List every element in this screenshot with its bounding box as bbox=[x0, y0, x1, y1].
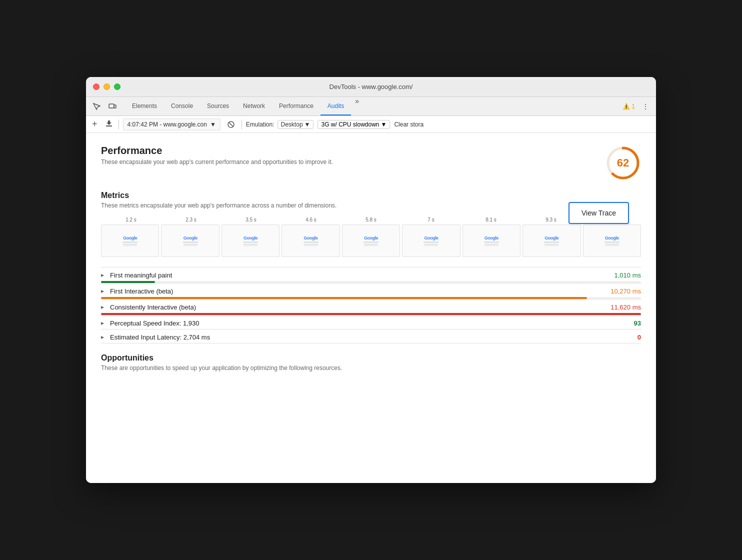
metric-score-5: 0 bbox=[626, 334, 641, 341]
performance-description: These encapsulate your web app's current… bbox=[101, 158, 333, 166]
device-dropdown[interactable]: Desktop ▼ bbox=[278, 120, 314, 129]
tab-sources[interactable]: Sources bbox=[200, 97, 236, 116]
metric-first-interactive: ▶ First Interactive (beta) 10,270 ms bbox=[101, 284, 641, 300]
time-2: 2.3 s bbox=[161, 217, 221, 222]
bar-fill-3 bbox=[101, 313, 641, 315]
titlebar: DevTools - www.google.com/ bbox=[86, 77, 656, 97]
metric-input-latency: ▶ Estimated Input Latency: 2,704 ms 0 bbox=[101, 330, 641, 344]
tabs-list: Elements Console Sources Network Perform… bbox=[125, 97, 622, 116]
warning-badge: ⚠️ 1 bbox=[622, 103, 635, 110]
svg-line-4 bbox=[228, 122, 233, 126]
devtools-window: DevTools - www.google.com/ Elements Cons… bbox=[86, 77, 656, 483]
view-trace-button[interactable]: View Trace bbox=[568, 202, 629, 224]
metric-name: First meaningful paint bbox=[110, 272, 610, 279]
bar-fill bbox=[101, 281, 155, 283]
metric-name-2: First Interactive (beta) bbox=[110, 288, 606, 295]
clear-storage-section: Clear stora bbox=[394, 121, 424, 128]
url-text: 4:07:42 PM - www.google.con bbox=[128, 121, 207, 128]
metric-score-4: 93 bbox=[626, 320, 641, 327]
metrics-list: ▶ First meaningful paint 1,010 ms ▶ Firs… bbox=[101, 267, 641, 344]
metric-expand-icon-3[interactable]: ▶ bbox=[101, 305, 106, 310]
tab-audits[interactable]: Audits bbox=[320, 97, 351, 116]
tab-network[interactable]: Network bbox=[236, 97, 272, 116]
url-display[interactable]: 4:07:42 PM - www.google.con ▼ bbox=[123, 118, 220, 130]
maximize-button[interactable] bbox=[114, 84, 120, 90]
time-3: 3.5 s bbox=[221, 217, 281, 222]
frame-8: Google bbox=[522, 224, 580, 257]
warning-icon: ⚠️ bbox=[622, 103, 630, 110]
time-5: 5.8 s bbox=[341, 217, 401, 222]
performance-header: Performance These encapsulate your web a… bbox=[101, 145, 641, 181]
network-dropdown[interactable]: 3G w/ CPU slowdown ▼ bbox=[318, 120, 390, 129]
emulation-label: Emulation: bbox=[246, 121, 274, 128]
block-icon[interactable] bbox=[224, 118, 238, 131]
frame-5: Google bbox=[342, 224, 400, 257]
main-content: Performance These encapsulate your web a… bbox=[86, 133, 656, 483]
frame-1: Google bbox=[101, 224, 159, 257]
metric-name-3: Consistently Interactive (beta) bbox=[110, 304, 606, 311]
performance-title-block: Performance These encapsulate your web a… bbox=[101, 145, 333, 166]
frame-4: Google bbox=[282, 224, 340, 257]
metric-expand-icon[interactable]: ▶ bbox=[101, 273, 106, 278]
device-icon[interactable] bbox=[106, 100, 119, 113]
traffic-lights bbox=[93, 84, 120, 90]
emulation-section: Emulation: Desktop ▼ bbox=[246, 120, 314, 129]
metrics-description: These metrics encapsulate your web app's… bbox=[101, 202, 641, 209]
time-4: 4.6 s bbox=[281, 217, 341, 222]
metric-consistently-interactive: ▶ Consistently Interactive (beta) 11,620… bbox=[101, 300, 641, 316]
metric-name-5: Estimated Input Latency: 2,704 ms bbox=[110, 334, 622, 341]
frame-3: Google bbox=[222, 224, 280, 257]
metric-first-meaningful-paint: ▶ First meaningful paint 1,010 ms bbox=[101, 268, 641, 284]
opportunities-section: Opportunities These are opportunities to… bbox=[101, 354, 641, 372]
more-tabs-button[interactable]: » bbox=[351, 97, 363, 116]
svg-rect-1 bbox=[114, 105, 116, 108]
tab-elements[interactable]: Elements bbox=[125, 97, 164, 116]
metric-value-3: 11,620 ms bbox=[610, 304, 641, 311]
frame-2: Google bbox=[161, 224, 219, 257]
warning-count: 1 bbox=[632, 103, 635, 110]
close-button[interactable] bbox=[93, 84, 100, 90]
toolbar-separator-2 bbox=[242, 120, 242, 130]
svg-rect-2 bbox=[106, 126, 112, 126]
download-icon[interactable] bbox=[104, 118, 114, 130]
add-button[interactable]: + bbox=[90, 118, 100, 130]
score-circle: 62 bbox=[605, 145, 641, 181]
bar-fill-2 bbox=[101, 297, 587, 299]
toolbar: + 4:07:42 PM - www.google.con ▼ Emulatio… bbox=[86, 116, 656, 133]
metric-expand-icon-5[interactable]: ▶ bbox=[101, 335, 106, 340]
svg-rect-0 bbox=[109, 104, 114, 108]
window-title: DevTools - www.google.com/ bbox=[330, 83, 413, 90]
filmstrip: 1.2 s 2.3 s 3.5 s 4.6 s 5.8 s 7 s 8.1 s … bbox=[101, 217, 641, 257]
minimize-button[interactable] bbox=[104, 84, 110, 90]
metric-perceptual-speed: ▶ Perceptual Speed Index: 1,930 93 bbox=[101, 316, 641, 330]
filmstrip-times: 1.2 s 2.3 s 3.5 s 4.6 s 5.8 s 7 s 8.1 s … bbox=[101, 217, 641, 222]
devtools-tab-bar: Elements Console Sources Network Perform… bbox=[86, 97, 656, 116]
metrics-section: Metrics These metrics encapsulate your w… bbox=[101, 191, 641, 344]
metric-expand-icon-4[interactable]: ▶ bbox=[101, 321, 106, 326]
toolbar-separator bbox=[118, 120, 119, 130]
filmstrip-frames: Google Google bbox=[101, 224, 641, 257]
metric-bar-2 bbox=[101, 297, 641, 299]
metric-value-2: 10,270 ms bbox=[610, 288, 641, 295]
metric-name-4: Perceptual Speed Index: 1,930 bbox=[110, 320, 622, 327]
time-7: 8.1 s bbox=[461, 217, 521, 222]
tab-performance[interactable]: Performance bbox=[272, 97, 320, 116]
chevron-down-icon: ▼ bbox=[304, 121, 310, 128]
tab-console[interactable]: Console bbox=[164, 97, 200, 116]
opportunities-description: These are opportunities to speed up your… bbox=[101, 364, 641, 372]
frame-9: Google bbox=[583, 224, 641, 257]
frame-7: Google bbox=[462, 224, 520, 257]
metric-value: 1,010 ms bbox=[614, 272, 641, 279]
time-6: 7 s bbox=[401, 217, 461, 222]
tab-icons bbox=[90, 100, 119, 113]
metric-bar-3 bbox=[101, 313, 641, 315]
more-options-icon[interactable]: ⋮ bbox=[639, 100, 652, 113]
network-chevron-icon: ▼ bbox=[381, 121, 387, 128]
metrics-title: Metrics bbox=[101, 191, 641, 200]
opportunities-title: Opportunities bbox=[101, 354, 641, 362]
metric-expand-icon-2[interactable]: ▶ bbox=[101, 289, 106, 294]
clear-storage-text: Clear stora bbox=[394, 121, 424, 128]
time-1: 1.2 s bbox=[101, 217, 161, 222]
url-dropdown-icon[interactable]: ▼ bbox=[210, 121, 216, 128]
inspect-icon[interactable] bbox=[90, 100, 103, 113]
